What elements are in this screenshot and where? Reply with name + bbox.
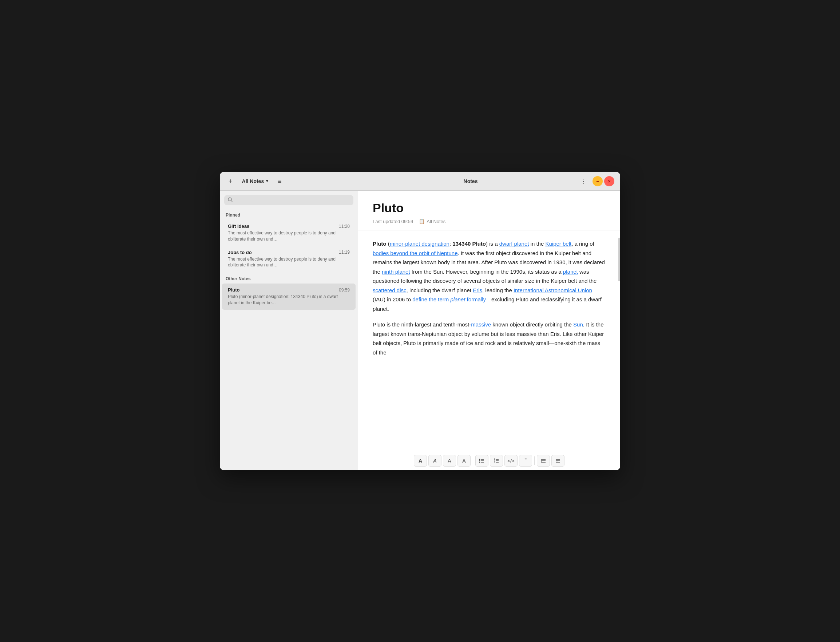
window-title: Notes bbox=[364, 178, 577, 184]
note-item-header: Jobs to do 11:19 bbox=[228, 250, 350, 255]
svg-line-1 bbox=[231, 201, 232, 202]
link-planet[interactable]: planet bbox=[563, 269, 578, 275]
bullet-list-button[interactable] bbox=[475, 455, 488, 467]
link-bodies-beyond[interactable]: bodies beyond the orbit of Neptune bbox=[373, 250, 458, 256]
search-bar bbox=[220, 191, 358, 208]
link-scattered-disc[interactable]: scattered disc bbox=[373, 287, 407, 293]
note-meta-notebook: 📋 All Notes bbox=[419, 219, 446, 224]
indent-left-button[interactable] bbox=[551, 455, 564, 467]
search-icon bbox=[228, 197, 233, 203]
window-controls: − × bbox=[592, 176, 615, 186]
other-notes-section-label: Other Notes bbox=[220, 272, 358, 284]
strikethrough-button[interactable]: A bbox=[457, 455, 470, 467]
menu-button[interactable]: ≡ bbox=[275, 177, 285, 186]
note-title-main: Pluto bbox=[373, 201, 606, 215]
notebook-label: All Notes bbox=[426, 219, 446, 224]
svg-point-2 bbox=[479, 459, 480, 460]
note-item-title: Jobs to do bbox=[228, 250, 252, 255]
numbered-list-button[interactable]: 1. 2. 3. bbox=[490, 455, 503, 467]
link-dwarf-planet[interactable]: dwarf planet bbox=[499, 241, 529, 247]
note-meta: Last updated 09:59 📋 All Notes bbox=[373, 219, 606, 224]
note-item-time: 11:20 bbox=[339, 224, 350, 229]
note-body[interactable]: Pluto (minor-planet designation: 134340 … bbox=[358, 230, 620, 451]
link-massive[interactable]: massive bbox=[471, 321, 491, 327]
note-last-updated: Last updated 09:59 bbox=[373, 219, 413, 224]
link-eris[interactable]: Eris bbox=[473, 287, 482, 293]
link-define-term[interactable]: define the term planet formally bbox=[412, 296, 486, 302]
notebook-icon: 📋 bbox=[419, 219, 425, 224]
search-input-wrap[interactable] bbox=[224, 195, 354, 205]
note-item-preview: The most effective way to destroy people… bbox=[228, 230, 350, 242]
toolbar-separator-1 bbox=[473, 456, 473, 465]
all-notes-label: All Notes bbox=[242, 178, 264, 184]
toolbar-separator-2 bbox=[534, 456, 535, 465]
note-item-preview: Pluto (minor-planet designation: 134340 … bbox=[228, 294, 350, 306]
formatting-toolbar: A A A A 1. bbox=[358, 451, 620, 470]
close-button[interactable]: × bbox=[604, 176, 615, 186]
notes-list: Pinned Gift Ideas 11:20 The most effecti… bbox=[220, 208, 358, 470]
content-area: Pinned Gift Ideas 11:20 The most effecti… bbox=[220, 191, 620, 470]
dropdown-icon: ▾ bbox=[266, 179, 268, 183]
titlebar: + All Notes ▾ ≡ Notes ⋮ − × bbox=[220, 172, 620, 191]
titlebar-left: + All Notes ▾ ≡ bbox=[225, 177, 364, 186]
note-paragraph-1: Pluto (minor-planet designation: 134340 … bbox=[373, 239, 606, 313]
more-options-button[interactable]: ⋮ bbox=[577, 177, 590, 186]
quote-button[interactable]: " bbox=[519, 455, 532, 467]
add-note-button[interactable]: + bbox=[225, 177, 235, 186]
note-header: Pluto Last updated 09:59 📋 All Notes bbox=[358, 191, 620, 230]
minimize-button[interactable]: − bbox=[592, 176, 603, 186]
link-iau[interactable]: International Astronomical Union bbox=[514, 287, 592, 293]
note-paragraph-2: Pluto is the ninth-largest and tenth-mos… bbox=[373, 320, 606, 357]
svg-text:3.: 3. bbox=[494, 461, 495, 463]
all-notes-dropdown-button[interactable]: All Notes ▾ bbox=[240, 177, 271, 186]
note-item-pluto[interactable]: Pluto 09:59 Pluto (minor-planet designat… bbox=[222, 284, 355, 310]
note-item-title: Pluto bbox=[228, 287, 240, 293]
note-item-gift-ideas[interactable]: Gift Ideas 11:20 The most effective way … bbox=[222, 220, 355, 246]
italic-button[interactable]: A bbox=[428, 455, 441, 467]
scrollbar-thumb[interactable] bbox=[618, 238, 620, 281]
link-sun[interactable]: Sun bbox=[573, 321, 583, 327]
underline-button[interactable]: A bbox=[443, 455, 456, 467]
bold-button[interactable]: A bbox=[414, 455, 427, 467]
code-button[interactable]: </> bbox=[504, 455, 517, 467]
note-item-preview: The most effective way to destroy people… bbox=[228, 256, 350, 269]
indent-right-button[interactable] bbox=[537, 455, 550, 467]
note-item-jobs-to-do[interactable]: Jobs to do 11:19 The most effective way … bbox=[222, 246, 355, 272]
pinned-section-label: Pinned bbox=[220, 208, 358, 220]
svg-point-4 bbox=[479, 460, 480, 462]
note-item-header: Gift Ideas 11:20 bbox=[228, 224, 350, 229]
search-input[interactable] bbox=[235, 198, 350, 203]
note-item-title: Gift Ideas bbox=[228, 224, 249, 229]
link-minor-planet[interactable]: minor-planet designation bbox=[390, 241, 449, 247]
note-item-time: 11:19 bbox=[339, 250, 350, 255]
link-kuiper-belt[interactable]: Kuiper belt bbox=[545, 241, 571, 247]
sidebar: Pinned Gift Ideas 11:20 The most effecti… bbox=[220, 191, 358, 470]
note-item-header: Pluto 09:59 bbox=[228, 287, 350, 293]
app-window: + All Notes ▾ ≡ Notes ⋮ − × bbox=[220, 172, 620, 470]
svg-point-6 bbox=[479, 462, 480, 463]
main-content: Pluto Last updated 09:59 📋 All Notes Plu… bbox=[358, 191, 620, 470]
titlebar-right: ⋮ − × bbox=[577, 176, 615, 186]
link-ninth-planet[interactable]: ninth planet bbox=[382, 269, 410, 275]
note-item-time: 09:59 bbox=[339, 287, 350, 293]
